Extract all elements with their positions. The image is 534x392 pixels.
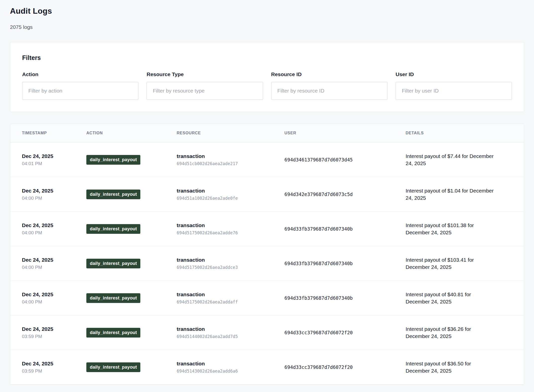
resource-type-filter-input[interactable] (147, 82, 263, 100)
log-date: Dec 24, 2025 (22, 188, 86, 194)
audit-logs-page: Audit Logs 2075 logs Filters Action Reso… (0, 0, 534, 385)
filter-label-resource-id: Resource ID (271, 71, 387, 77)
resource-type: transaction (177, 257, 284, 263)
resource-id: 694d51a1002d26aea2ade0fe (177, 196, 284, 201)
action-badge: daily_interest_payout (86, 328, 140, 338)
log-date: Dec 24, 2025 (22, 222, 86, 228)
log-time: 04:01 PM (22, 161, 86, 166)
user-id: 694d3461379687d7d6073d45 (284, 157, 406, 162)
column-header-resource: RESOURCE (177, 131, 284, 135)
user-id-filter-input[interactable] (396, 82, 512, 100)
action-badge: daily_interest_payout (86, 293, 140, 303)
resource-id: 694d5144002d26aea2add7d5 (177, 334, 284, 339)
resource-type: transaction (177, 188, 284, 194)
resource-type: transaction (177, 222, 284, 228)
log-details: Interest payout of $101.38 for December … (406, 222, 503, 236)
resource-type: transaction (177, 292, 284, 297)
log-date: Dec 24, 2025 (22, 257, 86, 263)
timestamp-cell: Dec 24, 2025 04:00 PM (22, 291, 86, 305)
column-header-user: USER (284, 131, 406, 135)
timestamp-cell: Dec 24, 2025 04:00 PM (22, 222, 86, 236)
column-header-action: ACTION (86, 131, 177, 135)
action-cell: daily_interest_payout (86, 328, 177, 338)
user-id: 694d33fb379687d7d607340b (284, 226, 406, 232)
resource-cell: transaction 694d5144002d26aea2add7d5 (177, 326, 284, 339)
audit-logs-table: TIMESTAMP ACTION RESOURCE USER DETAILS D… (10, 124, 524, 385)
action-filter-input[interactable] (22, 82, 138, 100)
action-cell: daily_interest_payout (86, 259, 177, 268)
action-badge: daily_interest_payout (86, 259, 140, 268)
log-details: Interest payout of $7.44 for December 24… (406, 152, 503, 167)
timestamp-cell: Dec 24, 2025 04:00 PM (22, 257, 86, 270)
resource-cell: transaction 694d51cb002d26aea2ade217 (177, 153, 284, 166)
log-time: 04:00 PM (22, 230, 86, 236)
log-date: Dec 24, 2025 (22, 153, 86, 159)
log-date: Dec 24, 2025 (22, 291, 86, 297)
user-id: 694d33fb379687d7d607340b (284, 261, 406, 266)
log-count: 2075 logs (10, 24, 524, 30)
log-date: Dec 24, 2025 (22, 326, 86, 332)
action-badge: daily_interest_payout (86, 190, 140, 199)
log-details: Interest payout of $103.41 for December … (406, 256, 503, 271)
action-cell: daily_interest_payout (86, 190, 177, 199)
log-time: 04:00 PM (22, 265, 86, 270)
action-cell: daily_interest_payout (86, 362, 177, 372)
filter-field-user-id: User ID (396, 71, 512, 100)
log-details: Interest payout of $1.04 for December 24… (406, 187, 503, 202)
timestamp-cell: Dec 24, 2025 04:00 PM (22, 188, 86, 201)
resource-cell: transaction 694d5143002d26aea2add6a6 (177, 361, 284, 374)
timestamp-cell: Dec 24, 2025 04:01 PM (22, 153, 86, 166)
column-header-timestamp: TIMESTAMP (22, 131, 86, 135)
log-time: 04:00 PM (22, 196, 86, 201)
action-badge: daily_interest_payout (86, 155, 140, 165)
user-id: 694d33cc379687d7d6072f20 (284, 330, 406, 335)
action-badge: daily_interest_payout (86, 224, 140, 234)
action-badge: daily_interest_payout (86, 362, 140, 372)
filter-label-action: Action (22, 71, 138, 77)
table-row: Dec 24, 2025 03:59 PM daily_interest_pay… (10, 315, 524, 350)
column-header-details: DETAILS (406, 131, 524, 135)
resource-type: transaction (177, 326, 284, 332)
resource-cell: transaction 694d5175002d26aea2addaff (177, 292, 284, 304)
table-row: Dec 24, 2025 04:00 PM daily_interest_pay… (10, 177, 524, 212)
log-time: 04:00 PM (22, 299, 86, 305)
log-time: 03:59 PM (22, 334, 86, 339)
log-details: Interest payout of $36.50 for December 2… (406, 360, 503, 375)
action-cell: daily_interest_payout (86, 155, 177, 165)
resource-id: 694d5175002d26aea2addce3 (177, 265, 284, 270)
resource-id: 694d5175002d26aea2adde76 (177, 230, 284, 235)
timestamp-cell: Dec 24, 2025 03:59 PM (22, 326, 86, 339)
resource-type: transaction (177, 153, 284, 159)
action-cell: daily_interest_payout (86, 224, 177, 234)
table-row: Dec 24, 2025 03:59 PM daily_interest_pay… (10, 350, 524, 385)
table-row: Dec 24, 2025 04:00 PM daily_interest_pay… (10, 212, 524, 246)
log-details: Interest payout of $36.26 for December 2… (406, 325, 503, 340)
filter-label-resource-type: Resource Type (147, 71, 263, 77)
resource-cell: transaction 694d5175002d26aea2addce3 (177, 257, 284, 270)
filters-card: Filters Action Resource Type Resource ID… (10, 42, 524, 112)
filters-grid: Action Resource Type Resource ID User ID (22, 71, 512, 100)
action-cell: daily_interest_payout (86, 293, 177, 303)
resource-id: 694d51cb002d26aea2ade217 (177, 161, 284, 166)
table-row: Dec 24, 2025 04:00 PM daily_interest_pay… (10, 246, 524, 281)
filter-field-resource-id: Resource ID (271, 71, 387, 100)
user-id: 694d33fb379687d7d607340b (284, 295, 406, 301)
resource-id: 694d5175002d26aea2addaff (177, 299, 284, 304)
filter-field-action: Action (22, 71, 138, 100)
resource-type: transaction (177, 361, 284, 367)
table-header-row: TIMESTAMP ACTION RESOURCE USER DETAILS (10, 124, 524, 143)
filters-heading: Filters (22, 54, 512, 61)
log-date: Dec 24, 2025 (22, 360, 86, 367)
filter-field-resource-type: Resource Type (147, 71, 263, 100)
log-time: 03:59 PM (22, 368, 86, 374)
resource-cell: transaction 694d51a1002d26aea2ade0fe (177, 188, 284, 201)
table-body: Dec 24, 2025 04:01 PM daily_interest_pay… (10, 143, 524, 385)
resource-cell: transaction 694d5175002d26aea2adde76 (177, 222, 284, 235)
page-title: Audit Logs (10, 6, 524, 16)
table-row: Dec 24, 2025 04:00 PM daily_interest_pay… (10, 281, 524, 315)
user-id: 694d33cc379687d7d6072f20 (284, 364, 406, 370)
log-details: Interest payout of $40.81 for December 2… (406, 291, 503, 305)
timestamp-cell: Dec 24, 2025 03:59 PM (22, 360, 86, 374)
resource-id-filter-input[interactable] (271, 82, 387, 100)
table-row: Dec 24, 2025 04:01 PM daily_interest_pay… (10, 143, 524, 177)
